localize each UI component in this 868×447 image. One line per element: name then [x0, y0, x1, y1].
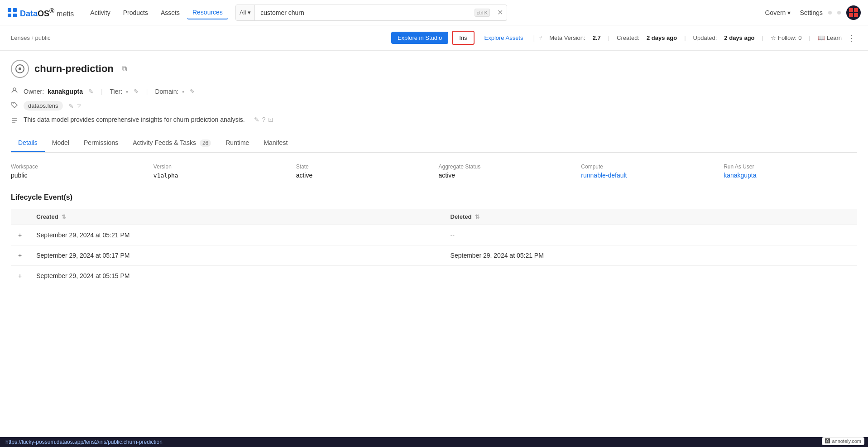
explore-assets-button[interactable]: Explore Assets	[478, 32, 530, 44]
logo[interactable]: DataOS® metis	[7, 7, 74, 19]
meta-version-value: 2.7	[593, 34, 601, 41]
description-help-icon[interactable]: ?	[262, 116, 266, 123]
description-text: This data model provides comprehensive i…	[24, 116, 245, 123]
detail-aggregate-status: Aggregate Status active	[439, 163, 572, 179]
copy-icon[interactable]: ⧉	[122, 65, 127, 73]
learn-button[interactable]: 📖 Learn	[818, 34, 842, 41]
avatar[interactable]	[846, 5, 861, 20]
resource-title: churn-prediction	[34, 63, 114, 75]
nav-activity[interactable]: Activity	[85, 6, 115, 19]
tab-runtime[interactable]: Runtime	[218, 135, 256, 152]
meta-separator-3: |	[762, 34, 763, 41]
explore-in-studio-button[interactable]: Explore in Studio	[391, 32, 448, 44]
activity-badge: 26	[200, 139, 211, 147]
expand-icon-1[interactable]: +	[18, 231, 22, 239]
tab-manifest[interactable]: Manifest	[256, 135, 295, 152]
svg-rect-2	[8, 14, 11, 17]
compute-label: Compute	[581, 163, 715, 170]
expand-cell-2[interactable]: +	[11, 245, 29, 266]
logo-trademark: ®	[49, 7, 54, 14]
nav-dot-2[interactable]	[837, 11, 841, 14]
details-grid: Workspace public Version v1alpha State a…	[11, 163, 857, 179]
table-row: + September 29, 2024 at 05:17 PM Septemb…	[11, 245, 857, 266]
description-row: This data model provides comprehensive i…	[11, 116, 857, 125]
description-icon	[11, 117, 20, 125]
created-cell-3: September 29, 2024 at 05:15 PM	[29, 266, 443, 286]
th-created[interactable]: Created ⇅	[29, 209, 443, 225]
page-header-actions: Explore in Studio Iris Explore Assets | …	[391, 31, 857, 45]
chevron-down-icon: ▾	[787, 9, 791, 16]
svg-rect-3	[13, 14, 17, 17]
page-header: Lenses / public Explore in Studio Iris E…	[0, 25, 868, 51]
owner-row: Owner: kanakgupta ✎ | Tier: - ✎ | Domain…	[11, 87, 857, 96]
search-scope-selector[interactable]: All ▾	[236, 5, 255, 20]
vertical-separator-1: |	[533, 34, 535, 42]
deleted-col-label: Deleted	[451, 213, 472, 220]
th-deleted[interactable]: Deleted ⇅	[443, 209, 857, 225]
state-value: active	[296, 172, 430, 179]
deleted-cell-2: September 29, 2024 at 05:21 PM	[443, 245, 857, 266]
svg-point-11	[13, 88, 16, 91]
expand-icon-3[interactable]: +	[18, 272, 22, 279]
book-icon: 📖	[818, 34, 825, 41]
sort-icon[interactable]: ⇅	[62, 214, 66, 220]
content-tabs: Details Model Permissions Activity Feeds…	[11, 135, 857, 153]
tag-pill[interactable]: dataos.lens	[24, 101, 63, 111]
deleted-cell-3	[443, 266, 857, 286]
svg-rect-8	[854, 13, 858, 17]
expand-cell-1[interactable]: +	[11, 225, 29, 245]
created-cell-1: September 29, 2024 at 05:21 PM	[29, 225, 443, 245]
created-col-label: Created	[36, 213, 58, 220]
kbd-ctrl: ctrl	[477, 10, 484, 15]
expand-cell-3[interactable]: +	[11, 266, 29, 286]
tier-edit-icon[interactable]: ✎	[134, 88, 139, 95]
svg-rect-7	[849, 13, 853, 17]
logo-text: DataOS® metis	[20, 7, 74, 19]
search-clear-icon[interactable]: ✕	[494, 8, 507, 17]
domain-edit-icon[interactable]: ✎	[190, 88, 195, 95]
version-code: v1alpha	[153, 172, 178, 179]
table-row: + September 29, 2024 at 05:21 PM --	[11, 225, 857, 245]
owner-edit-icon[interactable]: ✎	[88, 88, 94, 95]
compute-value[interactable]: runnable-default	[581, 172, 715, 179]
tag-help-icon[interactable]: ?	[77, 102, 81, 110]
govern-label: Govern	[765, 9, 786, 16]
description-actions: ✎ ? ⊡	[252, 116, 274, 123]
separator-2: |	[146, 88, 148, 95]
tag-icon	[11, 101, 20, 110]
follow-button[interactable]: ☆ Follow: 0	[771, 34, 801, 41]
breadcrumb-lenses[interactable]: Lenses	[11, 34, 30, 41]
breadcrumb: Lenses / public	[11, 34, 51, 41]
tab-model[interactable]: Model	[45, 135, 77, 152]
govern-menu[interactable]: Govern ▾	[761, 7, 794, 18]
description-expand-icon[interactable]: ⊡	[268, 116, 273, 123]
expand-icon-2[interactable]: +	[18, 252, 22, 259]
owner-value: kanakgupta	[48, 88, 83, 95]
nav-assets[interactable]: Assets	[155, 6, 185, 19]
resource-header: churn-prediction ⧉	[11, 60, 857, 78]
run-as-user-value[interactable]: kanakgupta	[724, 172, 857, 179]
version-value: v1alpha	[153, 172, 287, 179]
resource-icon	[11, 60, 29, 78]
domain-value: -	[182, 88, 185, 95]
tab-details[interactable]: Details	[11, 135, 45, 152]
settings-link[interactable]: Settings	[800, 9, 823, 16]
iris-button[interactable]: Iris	[452, 31, 474, 45]
sort-icon-2[interactable]: ⇅	[475, 214, 480, 220]
tab-activity-feeds[interactable]: Activity Feeds & Tasks 26	[125, 135, 218, 152]
tab-permissions[interactable]: Permissions	[77, 135, 125, 152]
more-options-button[interactable]: ⋮	[845, 33, 857, 43]
nav-products[interactable]: Products	[118, 6, 153, 19]
description-edit-icon[interactable]: ✎	[254, 116, 259, 123]
chevron-down-icon: ▾	[248, 9, 251, 16]
aggregate-status-value: active	[439, 172, 572, 179]
tag-edit-icon[interactable]: ✎	[68, 102, 74, 110]
nav-dot-1[interactable]	[828, 11, 832, 14]
learn-label: Learn	[827, 34, 842, 41]
nav-resources[interactable]: Resources	[187, 6, 228, 19]
search-scope-label: All	[240, 9, 246, 16]
detail-compute: Compute runnable-default	[581, 163, 715, 179]
search-input[interactable]	[255, 9, 475, 16]
detail-workspace: Workspace public	[11, 163, 144, 179]
main-content: churn-prediction ⧉ Owner: kanakgupta ✎ |…	[0, 51, 868, 295]
